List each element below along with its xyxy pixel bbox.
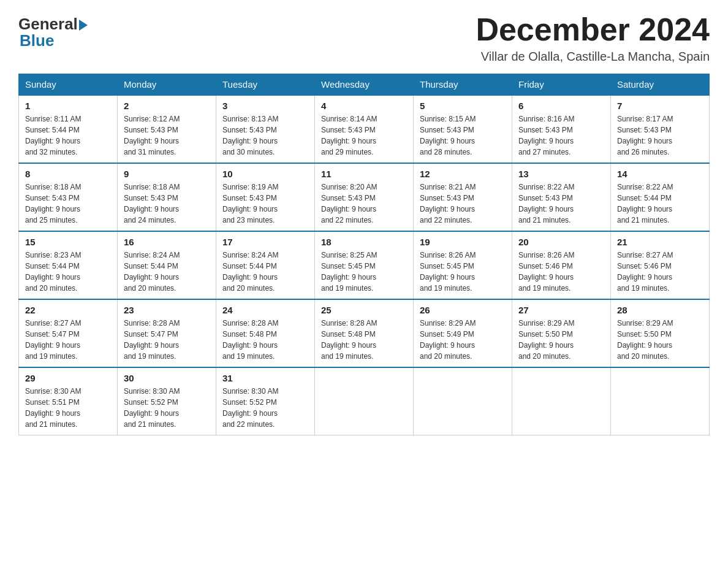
- day-number: 22: [25, 305, 111, 315]
- calendar-cell: 21 Sunrise: 8:27 AMSunset: 5:46 PMDaylig…: [611, 231, 710, 299]
- day-info: Sunrise: 8:28 AMSunset: 5:48 PMDaylight:…: [222, 319, 278, 361]
- calendar-cell: 16 Sunrise: 8:24 AMSunset: 5:44 PMDaylig…: [118, 231, 216, 299]
- day-info: Sunrise: 8:14 AMSunset: 5:43 PMDaylight:…: [321, 115, 377, 156]
- logo: General Blue: [18, 15, 88, 50]
- day-number: 27: [518, 305, 604, 315]
- calendar-header: SundayMondayTuesdayWednesdayThursdayFrid…: [19, 74, 710, 96]
- day-info: Sunrise: 8:24 AMSunset: 5:44 PMDaylight:…: [222, 251, 278, 293]
- calendar-cell: 31 Sunrise: 8:30 AMSunset: 5:52 PMDaylig…: [216, 367, 315, 435]
- day-info: Sunrise: 8:25 AMSunset: 5:45 PMDaylight:…: [321, 251, 377, 293]
- day-info: Sunrise: 8:26 AMSunset: 5:46 PMDaylight:…: [518, 251, 574, 293]
- calendar-cell: 1 Sunrise: 8:11 AMSunset: 5:44 PMDayligh…: [19, 95, 118, 163]
- day-info: Sunrise: 8:22 AMSunset: 5:44 PMDaylight:…: [617, 183, 673, 224]
- calendar-cell: 18 Sunrise: 8:25 AMSunset: 5:45 PMDaylig…: [315, 231, 414, 299]
- day-number: 31: [222, 373, 308, 383]
- day-info: Sunrise: 8:29 AMSunset: 5:50 PMDaylight:…: [518, 319, 574, 361]
- day-info: Sunrise: 8:24 AMSunset: 5:44 PMDaylight:…: [124, 251, 180, 293]
- calendar-cell: [414, 367, 512, 435]
- calendar-cell: 24 Sunrise: 8:28 AMSunset: 5:48 PMDaylig…: [216, 299, 315, 367]
- day-info: Sunrise: 8:17 AMSunset: 5:43 PMDaylight:…: [617, 115, 673, 156]
- logo-triangle-icon: [79, 20, 88, 31]
- calendar-cell: 25 Sunrise: 8:28 AMSunset: 5:48 PMDaylig…: [315, 299, 414, 367]
- day-number: 6: [518, 101, 604, 111]
- day-number: 19: [420, 237, 506, 247]
- calendar-cell: 7 Sunrise: 8:17 AMSunset: 5:43 PMDayligh…: [611, 95, 710, 163]
- page-header: General Blue December 2024 Villar de Ola…: [18, 12, 710, 64]
- logo-blue-text: Blue: [20, 31, 54, 50]
- calendar-cell: 29 Sunrise: 8:30 AMSunset: 5:51 PMDaylig…: [19, 367, 118, 435]
- day-number: 25: [321, 305, 407, 315]
- title-area: December 2024 Villar de Olalla, Castille…: [476, 12, 710, 64]
- day-info: Sunrise: 8:11 AMSunset: 5:44 PMDaylight:…: [25, 115, 81, 156]
- calendar-cell: 30 Sunrise: 8:30 AMSunset: 5:52 PMDaylig…: [118, 367, 216, 435]
- day-of-week-thursday: Thursday: [414, 74, 512, 96]
- day-number: 24: [222, 305, 308, 315]
- day-number: 17: [222, 237, 308, 247]
- day-info: Sunrise: 8:13 AMSunset: 5:43 PMDaylight:…: [222, 115, 278, 156]
- day-info: Sunrise: 8:22 AMSunset: 5:43 PMDaylight:…: [518, 183, 574, 224]
- day-number: 30: [124, 373, 210, 383]
- calendar-cell: 2 Sunrise: 8:12 AMSunset: 5:43 PMDayligh…: [118, 95, 216, 163]
- day-info: Sunrise: 8:30 AMSunset: 5:52 PMDaylight:…: [124, 387, 180, 429]
- day-number: 21: [617, 237, 703, 247]
- day-number: 10: [222, 169, 308, 179]
- day-info: Sunrise: 8:21 AMSunset: 5:43 PMDaylight:…: [420, 183, 476, 224]
- calendar-cell: 5 Sunrise: 8:15 AMSunset: 5:43 PMDayligh…: [414, 95, 512, 163]
- day-number: 7: [617, 101, 703, 111]
- calendar-cell: 13 Sunrise: 8:22 AMSunset: 5:43 PMDaylig…: [512, 163, 611, 231]
- day-number: 14: [617, 169, 703, 179]
- day-of-week-monday: Monday: [118, 74, 216, 96]
- day-number: 29: [25, 373, 111, 383]
- calendar-cell: 8 Sunrise: 8:18 AMSunset: 5:43 PMDayligh…: [19, 163, 118, 231]
- day-info: Sunrise: 8:30 AMSunset: 5:51 PMDaylight:…: [25, 387, 81, 429]
- calendar-cell: [512, 367, 611, 435]
- day-number: 18: [321, 237, 407, 247]
- calendar-cell: 20 Sunrise: 8:26 AMSunset: 5:46 PMDaylig…: [512, 231, 611, 299]
- calendar-cell: 22 Sunrise: 8:27 AMSunset: 5:47 PMDaylig…: [19, 299, 118, 367]
- day-number: 5: [420, 101, 506, 111]
- day-info: Sunrise: 8:23 AMSunset: 5:44 PMDaylight:…: [25, 251, 81, 293]
- calendar-cell: [611, 367, 710, 435]
- calendar-cell: [315, 367, 414, 435]
- day-number: 13: [518, 169, 604, 179]
- day-number: 11: [321, 169, 407, 179]
- day-info: Sunrise: 8:18 AMSunset: 5:43 PMDaylight:…: [124, 183, 180, 224]
- day-number: 23: [124, 305, 210, 315]
- day-info: Sunrise: 8:19 AMSunset: 5:43 PMDaylight:…: [222, 183, 278, 224]
- calendar-cell: 26 Sunrise: 8:29 AMSunset: 5:49 PMDaylig…: [414, 299, 512, 367]
- calendar-cell: 23 Sunrise: 8:28 AMSunset: 5:47 PMDaylig…: [118, 299, 216, 367]
- day-info: Sunrise: 8:27 AMSunset: 5:47 PMDaylight:…: [25, 319, 81, 361]
- calendar-cell: 27 Sunrise: 8:29 AMSunset: 5:50 PMDaylig…: [512, 299, 611, 367]
- day-info: Sunrise: 8:26 AMSunset: 5:45 PMDaylight:…: [420, 251, 476, 293]
- day-number: 4: [321, 101, 407, 111]
- day-info: Sunrise: 8:18 AMSunset: 5:43 PMDaylight:…: [25, 183, 81, 224]
- calendar-cell: 11 Sunrise: 8:20 AMSunset: 5:43 PMDaylig…: [315, 163, 414, 231]
- calendar-cell: 9 Sunrise: 8:18 AMSunset: 5:43 PMDayligh…: [118, 163, 216, 231]
- day-number: 15: [25, 237, 111, 247]
- day-number: 20: [518, 237, 604, 247]
- calendar-table: SundayMondayTuesdayWednesdayThursdayFrid…: [18, 74, 710, 435]
- calendar-cell: 3 Sunrise: 8:13 AMSunset: 5:43 PMDayligh…: [216, 95, 315, 163]
- calendar-week-2: 8 Sunrise: 8:18 AMSunset: 5:43 PMDayligh…: [19, 163, 710, 231]
- day-number: 2: [124, 101, 210, 111]
- day-number: 26: [420, 305, 506, 315]
- day-info: Sunrise: 8:29 AMSunset: 5:49 PMDaylight:…: [420, 319, 476, 361]
- day-number: 28: [617, 305, 703, 315]
- day-number: 12: [420, 169, 506, 179]
- calendar-week-4: 22 Sunrise: 8:27 AMSunset: 5:47 PMDaylig…: [19, 299, 710, 367]
- calendar-cell: 17 Sunrise: 8:24 AMSunset: 5:44 PMDaylig…: [216, 231, 315, 299]
- days-of-week-row: SundayMondayTuesdayWednesdayThursdayFrid…: [19, 74, 710, 96]
- day-info: Sunrise: 8:16 AMSunset: 5:43 PMDaylight:…: [518, 115, 574, 156]
- calendar-cell: 19 Sunrise: 8:26 AMSunset: 5:45 PMDaylig…: [414, 231, 512, 299]
- location-text: Villar de Olalla, Castille-La Mancha, Sp…: [476, 50, 710, 64]
- day-number: 16: [124, 237, 210, 247]
- day-of-week-wednesday: Wednesday: [315, 74, 414, 96]
- day-number: 8: [25, 169, 111, 179]
- day-number: 1: [25, 101, 111, 111]
- calendar-cell: 14 Sunrise: 8:22 AMSunset: 5:44 PMDaylig…: [611, 163, 710, 231]
- month-title: December 2024: [476, 12, 710, 47]
- day-info: Sunrise: 8:12 AMSunset: 5:43 PMDaylight:…: [124, 115, 180, 156]
- day-info: Sunrise: 8:29 AMSunset: 5:50 PMDaylight:…: [617, 319, 673, 361]
- day-number: 3: [222, 101, 308, 111]
- day-info: Sunrise: 8:27 AMSunset: 5:46 PMDaylight:…: [617, 251, 673, 293]
